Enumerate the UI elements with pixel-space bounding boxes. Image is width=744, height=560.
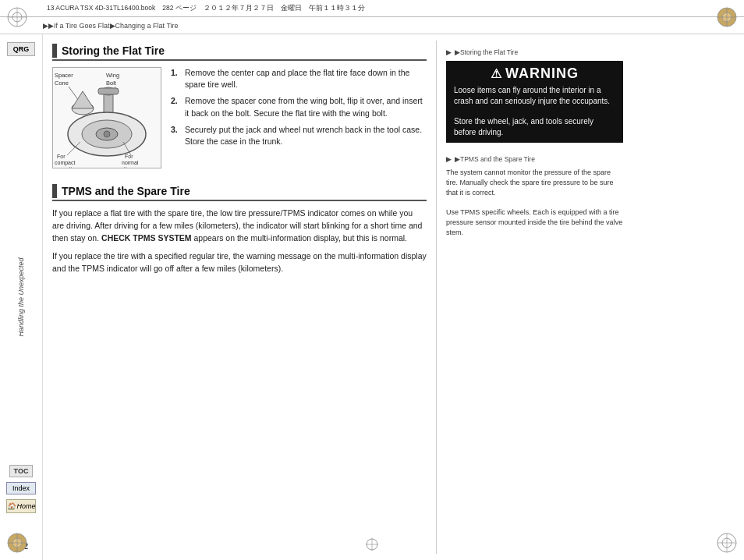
warning-title: ⚠WARNING (454, 66, 615, 82)
diagram-box: Spacer Cone Wing Bolt (52, 67, 161, 168)
svg-text:spare tire: spare tire (54, 166, 76, 168)
svg-marker-26 (72, 91, 94, 108)
left-content-column: Storing the Flat Tire Spacer Cone Wi (52, 41, 427, 554)
toc-button[interactable]: TOC (9, 465, 34, 477)
svg-text:For: For (57, 154, 66, 159)
svg-text:Spacer: Spacer (55, 72, 73, 79)
right-section1-label: ▶ ▶Storing the Flat Tire (446, 48, 623, 56)
top-info-text: 13 ACURA TSX 4D-31TL16400.book 282 ページ ２… (47, 4, 365, 13)
corner-bl (6, 532, 28, 554)
left-sidebar: QRG Handling the Unexpected TOC Index 🏠 … (0, 34, 43, 560)
svg-text:normal: normal (122, 160, 139, 165)
corner-tr (716, 6, 738, 28)
svg-text:Bolt: Bolt (106, 80, 117, 87)
warning-title-text: WARNING (505, 66, 579, 81)
right-section2-icon: ▶ (446, 155, 452, 163)
svg-text:Wing: Wing (106, 72, 119, 79)
svg-point-33 (104, 131, 110, 137)
section2-para2: If you replace the tire with a specified… (52, 250, 427, 275)
step-2-text: Remove the spacer cone from the wing bol… (185, 95, 427, 119)
right-text2: Use TPMS specific wheels. Each is equipp… (446, 207, 623, 238)
step-1: 1. Remove the center cap and place the f… (171, 67, 427, 90)
home-button[interactable]: 🏠 Home (6, 499, 36, 513)
right-section2-label: ▶ ▶TPMS and the Spare Tire (446, 155, 623, 163)
step-1-num: 1. (171, 67, 182, 90)
right-section2-text: ▶TPMS and the Spare Tire (455, 155, 535, 163)
section2-title: TPMS and the Spare Tire (62, 185, 190, 197)
section2-header: TPMS and the Spare Tire (52, 184, 427, 201)
step-1-text: Remove the center cap and place the flat… (185, 67, 427, 90)
svg-text:Cone: Cone (55, 80, 69, 87)
content-area: Storing the Flat Tire Spacer Cone Wi (43, 34, 744, 560)
breadcrumb-text: ▶▶If a Tire Goes Flat▶Changing a Flat Ti… (43, 22, 179, 30)
right-section1-text: ▶Storing the Flat Tire (455, 48, 518, 56)
section2-para1: If you replace a flat tire with the spar… (52, 207, 427, 244)
corner-tl (6, 6, 28, 28)
para1-end: appears on the multi-information display… (192, 233, 407, 243)
right-section1-icon: ▶ (446, 48, 452, 56)
section1-bar (52, 44, 57, 58)
diagram-container: Spacer Cone Wing Bolt (52, 67, 161, 168)
step-2: 2. Remove the spacer cone from the wing … (171, 95, 427, 119)
section2-bar (52, 184, 57, 198)
para1-bold: CHECK TPMS SYSTEM (101, 233, 192, 243)
warning-text1: Loose items can fly around the interior … (454, 85, 615, 107)
sidebar-bottom: TOC Index 🏠 Home (6, 465, 36, 513)
bottom-crosshair (364, 537, 380, 552)
top-info-bar: 13 ACURA TSX 4D-31TL16400.book 282 ページ ２… (0, 0, 744, 17)
warning-box: ⚠WARNING Loose items can fly around the … (446, 61, 623, 143)
page-container: 13 ACURA TSX 4D-31TL16400.book 282 ページ ２… (0, 0, 744, 560)
step-3: 3. Securely put the jack and wheel nut w… (171, 124, 427, 147)
svg-rect-29 (98, 88, 119, 94)
corner-br (716, 532, 738, 554)
svg-text:tire: tire (124, 166, 132, 168)
warning-triangle: ⚠ (491, 66, 502, 81)
step-3-num: 3. (171, 124, 182, 147)
qrg-button[interactable]: QRG (7, 42, 35, 56)
step-2-num: 2. (171, 95, 182, 119)
home-label: Home (17, 502, 36, 510)
sidebar-vertical-label: Handling the Unexpected (17, 257, 25, 336)
diagram-svg: Spacer Cone Wing Bolt (53, 68, 161, 168)
section1-header: Storing the Flat Tire (52, 41, 427, 61)
step-3-text: Securely put the jack and wheel nut wren… (185, 124, 427, 147)
breadcrumb: ▶▶If a Tire Goes Flat▶Changing a Flat Ti… (0, 17, 744, 34)
right-content-column: ▶ ▶Storing the Flat Tire ⚠WARNING Loose … (436, 41, 623, 554)
warning-text2: Store the wheel, jack, and tools securel… (454, 116, 615, 138)
right-text1: The system cannot monitor the pressure o… (446, 168, 623, 198)
home-icon: 🏠 (7, 502, 16, 510)
section1-content: Spacer Cone Wing Bolt (52, 67, 427, 175)
index-button[interactable]: Index (6, 482, 36, 494)
section1-title: Storing the Flat Tire (62, 44, 165, 57)
main-content: QRG Handling the Unexpected TOC Index 🏠 … (0, 34, 744, 560)
svg-text:For: For (125, 154, 133, 159)
svg-text:compact: compact (55, 160, 76, 166)
